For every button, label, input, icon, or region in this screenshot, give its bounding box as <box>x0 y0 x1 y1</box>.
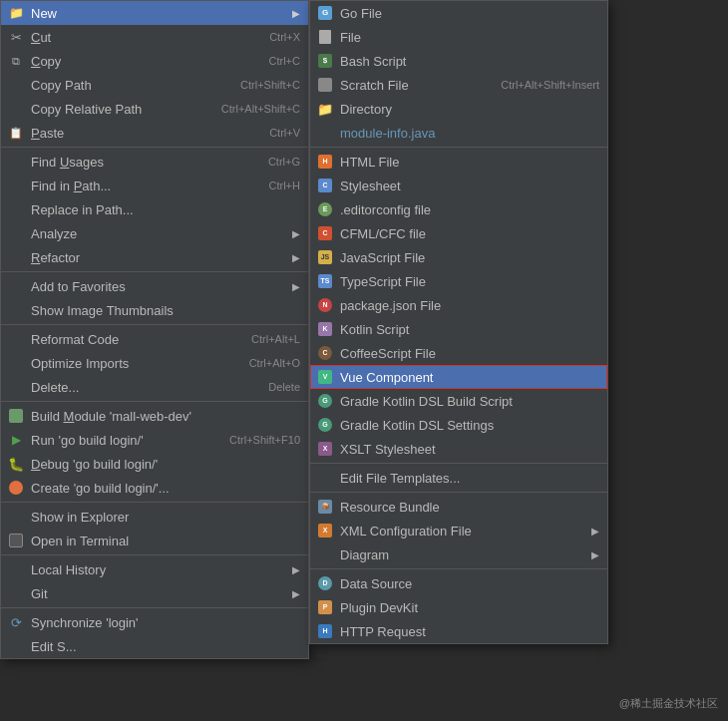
menu-item-copy-relative-path[interactable]: Copy Relative Path Ctrl+Alt+Shift+C <box>1 97 308 121</box>
menu-item-new[interactable]: 📁 New ▶ <box>1 1 308 25</box>
menu-label: JavaScript File <box>340 250 599 265</box>
menu-label: Plugin DevKit <box>340 600 599 615</box>
menu-item-debug[interactable]: 🐛 Debug 'go build login/' <box>1 452 308 476</box>
separator <box>310 463 607 464</box>
scratch-icon <box>316 76 334 94</box>
menu-item-edit-s[interactable]: Edit S... <box>1 634 308 658</box>
menu-label: Kotlin Script <box>340 322 599 337</box>
menu-label: package.json File <box>340 298 599 313</box>
terminal-icon <box>7 532 25 549</box>
submenu-item-go-file[interactable]: G Go File <box>310 1 607 25</box>
separator <box>310 568 607 569</box>
xml-icon: X <box>316 522 334 540</box>
no-icon <box>7 200 25 218</box>
menu-item-copy-path[interactable]: Copy Path Ctrl+Shift+C <box>1 73 308 97</box>
no-icon <box>7 100 25 118</box>
no-icon <box>7 177 25 194</box>
menu-label: Resource Bundle <box>340 500 599 515</box>
arrow-icon: ▶ <box>591 549 599 560</box>
separator <box>310 492 607 493</box>
menu-item-show-thumbnails[interactable]: Show Image Thumbnails <box>1 298 308 322</box>
paste-icon: 📋 <box>7 124 25 142</box>
shortcut: Ctrl+Alt+L <box>251 333 300 345</box>
menu-item-git[interactable]: Git ▶ <box>1 581 308 605</box>
submenu-item-ts[interactable]: TS TypeScript File <box>310 269 607 293</box>
submenu-item-edit-templates[interactable]: Edit File Templates... <box>310 466 607 490</box>
menu-label: Edit S... <box>31 639 300 654</box>
submenu-item-gradle-settings[interactable]: G Gradle Kotlin DSL Settings <box>310 413 607 437</box>
menu-item-delete[interactable]: Delete... Delete <box>1 375 308 399</box>
separator <box>1 271 308 272</box>
submenu-item-package-json[interactable]: N package.json File <box>310 293 607 317</box>
submenu-item-js[interactable]: JS JavaScript File <box>310 245 607 269</box>
submenu-item-directory[interactable]: 📁 Directory <box>310 97 607 121</box>
submenu-item-data-source[interactable]: D Data Source <box>310 571 607 595</box>
submenu-item-plugin-devkit[interactable]: P Plugin DevKit <box>310 595 607 619</box>
menu-label: Run 'go build login/' <box>31 433 209 448</box>
submenu-item-scratch-file[interactable]: Scratch File Ctrl+Alt+Shift+Insert <box>310 73 607 97</box>
shortcut: Ctrl+Alt+O <box>249 357 300 369</box>
submenu-item-editorconfig[interactable]: E .editorconfig file <box>310 197 607 221</box>
css-icon: C <box>316 177 334 194</box>
menu-item-show-explorer[interactable]: Show in Explorer <box>1 505 308 529</box>
menu-label: Debug 'go build login/' <box>31 457 300 472</box>
menu-item-find-in-path[interactable]: Find in Path... Ctrl+H <box>1 174 308 197</box>
menu-label: XSLT Stylesheet <box>340 442 599 457</box>
submenu-item-cfml[interactable]: C CFML/CFC file <box>310 221 607 245</box>
menu-item-optimize-imports[interactable]: Optimize Imports Ctrl+Alt+O <box>1 351 308 375</box>
shortcut: Ctrl+G <box>268 156 300 168</box>
cut-icon: ✂ <box>7 28 25 46</box>
menu-item-local-history[interactable]: Local History ▶ <box>1 557 308 581</box>
menu-item-paste[interactable]: 📋 Paste Ctrl+V <box>1 121 308 145</box>
menu-label: Diagram <box>340 547 591 562</box>
no-icon <box>7 637 25 655</box>
submenu-item-kotlin[interactable]: K Kotlin Script <box>310 317 607 341</box>
menu-item-synchronize[interactable]: ⟳ Synchronize 'login' <box>1 610 308 634</box>
separator <box>1 554 308 555</box>
menu-label: Find in Path... <box>31 179 249 193</box>
menu-label: Git <box>31 586 292 601</box>
menu-item-replace-in-path[interactable]: Replace in Path... <box>1 197 308 221</box>
menu-item-find-usages[interactable]: Find Usages Ctrl+G <box>1 150 308 174</box>
gradle-icon2: G <box>316 416 334 434</box>
submenu-item-bash-script[interactable]: $ Bash Script <box>310 49 607 73</box>
no-icon <box>7 301 25 319</box>
submenu-item-diagram[interactable]: Diagram ▶ <box>310 542 607 566</box>
no-icon <box>316 469 334 487</box>
submenu-item-stylesheet[interactable]: C Stylesheet <box>310 174 607 197</box>
menu-item-cut[interactable]: ✂ Cut Ctrl+X <box>1 25 308 49</box>
menu-item-reformat[interactable]: Reformat Code Ctrl+Alt+L <box>1 327 308 351</box>
menu-label: .editorconfig file <box>340 202 599 217</box>
submenu-item-xml-config[interactable]: X XML Configuration File ▶ <box>310 519 607 542</box>
submenu-item-file[interactable]: File <box>310 25 607 49</box>
menu-item-analyze[interactable]: Analyze ▶ <box>1 221 308 245</box>
menu-item-add-favorites[interactable]: Add to Favorites ▶ <box>1 274 308 298</box>
menu-label: CFML/CFC file <box>340 226 599 241</box>
menu-label: Show Image Thumbnails <box>31 303 300 318</box>
submenu-item-coffeescript[interactable]: C CoffeeScript File <box>310 341 607 365</box>
menu-label: Analyze <box>31 226 292 241</box>
submenu-item-vue[interactable]: V Vue Component <box>310 365 607 389</box>
submenu-item-resource-bundle[interactable]: 📦 Resource Bundle <box>310 495 607 519</box>
vue-icon: V <box>316 368 334 386</box>
resource-icon: 📦 <box>316 498 334 516</box>
menu-label: XML Configuration File <box>340 524 591 539</box>
menu-item-build-module[interactable]: Build Module 'mall-web-dev' <box>1 404 308 428</box>
submenu-item-html[interactable]: H HTML File <box>310 150 607 174</box>
menu-item-run[interactable]: ▶ Run 'go build login/' Ctrl+Shift+F10 <box>1 428 308 452</box>
menu-label: HTML File <box>340 155 599 170</box>
data-icon: D <box>316 574 334 592</box>
submenu-item-module-info: module-info.java <box>310 121 607 145</box>
xslt-icon: X <box>316 440 334 458</box>
no-icon <box>7 153 25 171</box>
menu-item-copy[interactable]: ⧉ Copy Ctrl+C <box>1 49 308 73</box>
submenu-item-xslt[interactable]: X XSLT Stylesheet <box>310 437 607 461</box>
menu-label: File <box>340 30 599 45</box>
menu-item-refactor[interactable]: Refactor ▶ <box>1 245 308 269</box>
menu-item-create[interactable]: Create 'go build login/'... <box>1 476 308 500</box>
menu-item-open-terminal[interactable]: Open in Terminal <box>1 529 308 552</box>
submenu-item-gradle-build[interactable]: G Gradle Kotlin DSL Build Script <box>310 389 607 413</box>
menu-label: module-info.java <box>340 126 599 141</box>
submenu-item-http-request[interactable]: H HTTP Request <box>310 619 607 643</box>
menu-label: Show in Explorer <box>31 510 300 525</box>
